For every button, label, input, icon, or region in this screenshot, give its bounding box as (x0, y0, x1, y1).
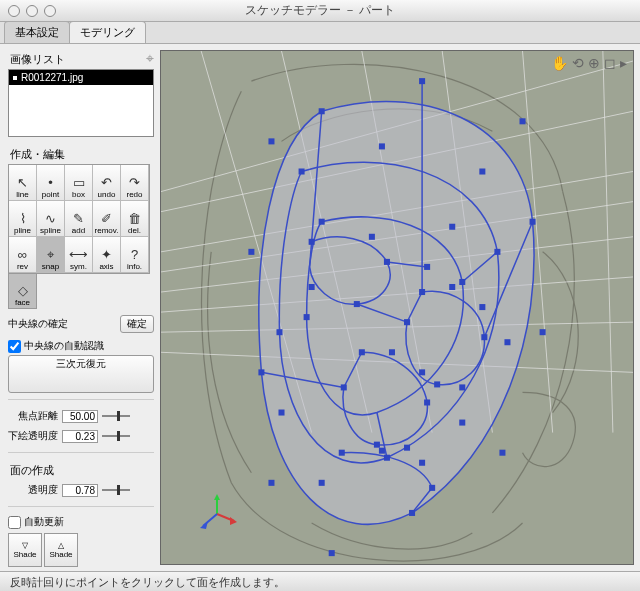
svg-rect-35 (276, 329, 282, 335)
tool-line[interactable]: ↖line (9, 165, 37, 201)
svg-rect-29 (494, 249, 500, 255)
face-trans-input[interactable]: 0.78 (62, 484, 98, 497)
svg-marker-67 (230, 517, 237, 525)
svg-rect-27 (379, 143, 385, 149)
tab-basic-settings[interactable]: 基本設定 (4, 21, 70, 43)
tool-pline[interactable]: ⌇pline (9, 201, 37, 237)
tool-point[interactable]: •point (37, 165, 65, 201)
rotate-icon[interactable]: ⟲ (572, 55, 584, 71)
svg-rect-32 (384, 455, 390, 461)
svg-rect-21 (329, 550, 335, 556)
list-item[interactable]: R0012271.jpg (9, 70, 153, 85)
svg-rect-58 (429, 485, 435, 491)
svg-rect-55 (339, 450, 345, 456)
create-edit-label: 作成・編集 (10, 147, 154, 162)
viewport[interactable]: ✋ ⟲ ⊕ ◻ ▸ (160, 50, 634, 565)
shade-up-button[interactable]: △ Shade (44, 533, 78, 567)
remove-icon: ✐ (101, 212, 112, 226)
titlebar: スケッチモデラー － パート (0, 0, 640, 22)
center-confirm-label: 中央線の確定 (8, 315, 68, 333)
face-trans-label: 透明度 (8, 483, 58, 497)
svg-rect-62 (449, 224, 455, 230)
tool-add[interactable]: ✎add (65, 201, 93, 237)
info-icon: ? (131, 248, 138, 262)
svg-rect-45 (459, 384, 465, 390)
svg-rect-48 (359, 349, 365, 355)
focal-slider[interactable] (102, 411, 130, 421)
redo-icon: ↷ (129, 176, 140, 190)
tool-del[interactable]: 🗑del. (121, 201, 149, 237)
svg-marker-69 (200, 521, 208, 529)
camera-icon[interactable]: ⌖ (146, 50, 154, 67)
svg-rect-14 (319, 108, 325, 114)
tab-modeling[interactable]: モデリング (69, 21, 146, 43)
zoom-icon[interactable]: ⊕ (588, 55, 600, 71)
svg-rect-20 (409, 510, 415, 516)
svg-line-13 (603, 51, 613, 433)
tool-face[interactable]: ◇ face (8, 273, 37, 309)
triangle-up-icon: △ (58, 541, 64, 550)
axis-icon: ✦ (101, 248, 112, 262)
svg-rect-61 (319, 219, 325, 225)
svg-rect-15 (419, 78, 425, 84)
hand-icon[interactable]: ✋ (551, 55, 568, 71)
point-icon: • (48, 176, 53, 190)
image-list[interactable]: R0012271.jpg (8, 69, 154, 137)
add-icon: ✎ (73, 212, 84, 226)
tool-box[interactable]: ▭box (65, 165, 93, 201)
tool-undo[interactable]: ↶undo (93, 165, 121, 201)
tool-snap[interactable]: ⌖snap (37, 237, 65, 273)
confirm-button[interactable]: 確定 (120, 315, 154, 333)
svg-rect-41 (419, 289, 425, 295)
sym-icon: ⟷ (69, 248, 88, 262)
svg-rect-33 (319, 480, 325, 486)
tool-remove[interactable]: ✐remov. (93, 201, 121, 237)
svg-rect-34 (278, 410, 284, 416)
tool-redo[interactable]: ↷redo (121, 165, 149, 201)
svg-rect-23 (258, 369, 264, 375)
svg-rect-54 (341, 384, 347, 390)
svg-rect-28 (479, 168, 485, 174)
svg-rect-17 (530, 219, 536, 225)
svg-rect-16 (520, 118, 526, 124)
svg-rect-43 (479, 304, 485, 310)
status-bar: 反時計回りにポイントをクリックして面を作成します。 (0, 571, 640, 591)
svg-rect-19 (499, 450, 505, 456)
tool-spline[interactable]: ∿spline (37, 201, 65, 237)
auto-center-checkbox[interactable]: 中央線の自動認識 (8, 339, 154, 353)
svg-rect-51 (424, 399, 430, 405)
tabs: 基本設定 モデリング (0, 22, 640, 44)
del-icon: 🗑 (128, 212, 141, 226)
svg-rect-31 (459, 420, 465, 426)
svg-rect-37 (369, 234, 375, 240)
triangle-down-icon: ▽ (22, 541, 28, 550)
svg-rect-18 (540, 329, 546, 335)
fit-icon[interactable]: ◻ (604, 55, 616, 71)
auto-update-checkbox[interactable]: 自動更新 (8, 515, 154, 529)
svg-rect-56 (379, 448, 385, 454)
bg-opacity-input[interactable]: 0.23 (62, 430, 98, 443)
bg-opacity-label: 下絵透明度 (8, 429, 58, 443)
tool-sym[interactable]: ⟷sym. (65, 237, 93, 273)
svg-rect-42 (449, 284, 455, 290)
svg-rect-53 (374, 442, 380, 448)
box-icon: ▭ (73, 176, 85, 190)
tool-rev[interactable]: ∞rev (9, 237, 37, 273)
restore-3d-button[interactable]: 三次元復元 (8, 355, 154, 393)
svg-rect-49 (389, 349, 395, 355)
shade-down-button[interactable]: ▽ Shade (8, 533, 42, 567)
svg-rect-38 (384, 259, 390, 265)
bg-opacity-slider[interactable] (102, 431, 130, 441)
tool-info[interactable]: ?info. (121, 237, 149, 273)
image-list-label: 画像リスト (10, 52, 65, 67)
focal-input[interactable]: 50.00 (62, 410, 98, 423)
chevron-icon[interactable]: ▸ (620, 55, 627, 71)
face-trans-slider[interactable] (102, 485, 130, 495)
tool-axis[interactable]: ✦axis (93, 237, 121, 273)
line-icon: ↖ (17, 176, 28, 190)
svg-rect-22 (268, 480, 274, 486)
svg-rect-47 (404, 319, 410, 325)
svg-rect-30 (504, 339, 510, 345)
focal-label: 焦点距離 (8, 409, 58, 423)
svg-rect-60 (459, 279, 465, 285)
